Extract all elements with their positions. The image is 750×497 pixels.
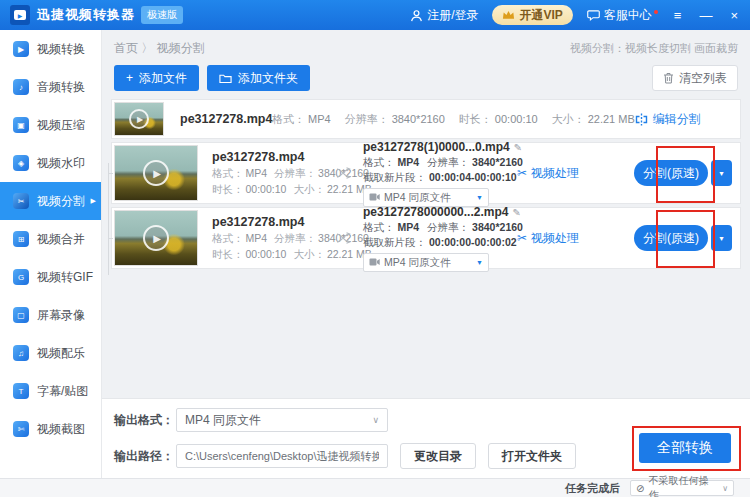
tree-connector-stub	[108, 238, 113, 239]
split-original-speed-button[interactable]: 分割(原速)	[634, 160, 708, 186]
scissors-icon: ✂	[517, 231, 527, 245]
folder-icon	[219, 73, 232, 84]
task-action-dropdown[interactable]: ⊘ 不采取任何操作 ∨	[630, 480, 734, 496]
open-folder-button[interactable]: 打开文件夹	[488, 443, 576, 469]
minimize-icon[interactable]: —	[697, 9, 714, 22]
sidebar-item-audio-convert[interactable]: ♪ 音频转换	[0, 68, 101, 106]
chevron-down-icon: ∨	[722, 484, 728, 493]
source-file-name: pe3127278.mp4	[212, 214, 332, 230]
support-center-button[interactable]: 客服中心	[587, 7, 658, 24]
sidebar: ▶ 视频转换 ♪ 音频转换 ▣ 视频压缩 ◈ 视频水印 ✂ 视频分割 ▶ ⊞ 视…	[0, 30, 102, 478]
add-file-button[interactable]: + 添加文件	[114, 65, 199, 91]
breadcrumb-home[interactable]: 首页	[114, 41, 138, 55]
trash-icon	[663, 72, 674, 84]
output-panel: 输出格式： MP4 同原文件 ∨ 输出路径： 更改目录 打开文件夹 全部转换	[102, 398, 750, 478]
tree-connector	[108, 163, 109, 275]
caret-down-icon: ▼	[476, 255, 483, 270]
breadcrumb-current: 视频分割	[157, 41, 205, 55]
sidebar-item-video-music[interactable]: ♫ 视频配乐	[0, 334, 101, 372]
video-thumbnail: ▶	[114, 210, 198, 266]
sidebar-item-video-convert[interactable]: ▶ 视频转换	[0, 30, 101, 68]
video-to-gif-icon: G	[13, 269, 29, 285]
clear-list-button[interactable]: 清空列表	[652, 65, 738, 91]
video-process-button[interactable]: ✂ 视频处理	[517, 165, 579, 182]
output-file-name: pe3127278000000...2.mp4	[363, 205, 508, 220]
task-done-label: 任务完成后	[565, 481, 620, 496]
file-name: pe3127278.mp4	[180, 112, 264, 126]
app-title: 迅捷视频转换器	[37, 6, 135, 24]
sidebar-item-video-to-gif[interactable]: G 视频转GIF	[0, 258, 101, 296]
breadcrumb-separator: 〉	[141, 41, 153, 55]
active-arrow-icon: ▶	[91, 197, 96, 205]
video-merge-icon: ⊞	[13, 231, 29, 247]
video-watermark-icon: ◈	[13, 155, 29, 171]
shuffle-arrows-icon	[336, 167, 351, 179]
parent-file-row: ▶ pe3127278.mp4 格式：MP4 分辨率：3840*2160 时长：…	[111, 99, 741, 139]
convert-all-button[interactable]: 全部转换	[639, 433, 731, 463]
plus-icon: +	[126, 71, 133, 85]
video-camera-icon	[369, 193, 380, 201]
output-file-name: pe3127278(1)0000...0.mp4	[363, 140, 510, 155]
user-icon	[410, 9, 423, 22]
sidebar-item-screen-record[interactable]: ▢ 屏幕录像	[0, 296, 101, 334]
output-path-label: 输出路径：	[114, 448, 176, 465]
app-logo-icon: ▶	[10, 5, 30, 25]
play-icon[interactable]: ▶	[129, 109, 149, 129]
close-icon[interactable]: ×	[728, 9, 740, 22]
app-window: ▶ 迅捷视频转换器 极速版 注册/登录 开通VIP 客服中心	[0, 0, 750, 497]
output-path-input[interactable]	[176, 444, 388, 468]
screen-record-icon: ▢	[13, 307, 29, 323]
video-thumbnail: ▶	[114, 145, 198, 201]
split-edit-icon	[635, 113, 648, 126]
video-thumbnail: ▶	[114, 102, 164, 136]
caret-down-icon: ▼	[476, 190, 483, 205]
sidebar-item-video-merge[interactable]: ⊞ 视频合并	[0, 220, 101, 258]
login-button[interactable]: 注册/登录	[410, 7, 478, 24]
split-options-caret-button[interactable]: ▼	[711, 160, 732, 186]
output-preset-dropdown[interactable]: MP4 同原文件 ▼	[363, 253, 489, 272]
crown-icon	[502, 10, 515, 20]
status-bar: 任务完成后 ⊘ 不采取任何操作 ∨	[0, 478, 750, 497]
source-file-name: pe3127278.mp4	[212, 149, 332, 165]
feature-hint: 视频分割：视频长度切割 画面裁剪	[570, 41, 738, 56]
split-options-caret-button[interactable]: ▼	[711, 225, 732, 251]
tree-connector-stub	[108, 173, 113, 174]
video-screenshot-icon: ✄	[13, 421, 29, 437]
split-segment-row: ▶ pe3127278.mp4 格式：MP4分辨率：3840*2160 时长：0…	[111, 142, 741, 204]
prohibit-icon: ⊘	[636, 483, 644, 494]
menu-icon[interactable]: ≡	[672, 9, 684, 22]
edit-split-button[interactable]: 编辑分割	[635, 111, 701, 128]
sidebar-item-video-split[interactable]: ✂ 视频分割 ▶	[0, 182, 101, 220]
chevron-down-icon: ∨	[372, 415, 379, 425]
video-process-button[interactable]: ✂ 视频处理	[517, 230, 579, 247]
notification-dot	[654, 10, 658, 14]
play-icon[interactable]: ▶	[143, 160, 169, 186]
breadcrumb: 首页 〉 视频分割	[114, 40, 205, 57]
scissors-icon: ✂	[517, 166, 527, 180]
change-directory-button[interactable]: 更改目录	[400, 443, 476, 469]
video-camera-icon	[369, 258, 380, 266]
video-compress-icon: ▣	[13, 117, 29, 133]
file-list: ▶ pe3127278.mp4 格式：MP4 分辨率：3840*2160 时长：…	[102, 99, 750, 269]
rename-pencil-icon[interactable]: ✎	[512, 205, 520, 220]
subtitle-sticker-icon: T	[13, 383, 29, 399]
audio-convert-icon: ♪	[13, 79, 29, 95]
sidebar-item-subtitle-sticker[interactable]: T 字幕/贴图	[0, 372, 101, 410]
edition-badge: 极速版	[141, 6, 183, 24]
rename-pencil-icon[interactable]: ✎	[514, 140, 522, 155]
video-music-icon: ♫	[13, 345, 29, 361]
sidebar-item-video-compress[interactable]: ▣ 视频压缩	[0, 106, 101, 144]
video-convert-icon: ▶	[13, 41, 29, 57]
sidebar-item-video-screenshot[interactable]: ✄ 视频截图	[0, 410, 101, 448]
output-format-label: 输出格式：	[114, 412, 176, 429]
play-icon[interactable]: ▶	[143, 225, 169, 251]
add-folder-button[interactable]: 添加文件夹	[207, 65, 310, 91]
shuffle-arrows-icon	[336, 232, 351, 244]
open-vip-button[interactable]: 开通VIP	[492, 5, 572, 25]
chat-icon	[587, 9, 600, 21]
output-format-dropdown[interactable]: MP4 同原文件 ∨	[176, 408, 388, 432]
split-original-speed-button[interactable]: 分割(原速)	[634, 225, 708, 251]
sidebar-item-video-watermark[interactable]: ◈ 视频水印	[0, 144, 101, 182]
split-segment-row: ▶ pe3127278.mp4 格式：MP4分辨率：3840*2160 时长：0…	[111, 207, 741, 269]
video-split-icon: ✂	[13, 193, 29, 209]
